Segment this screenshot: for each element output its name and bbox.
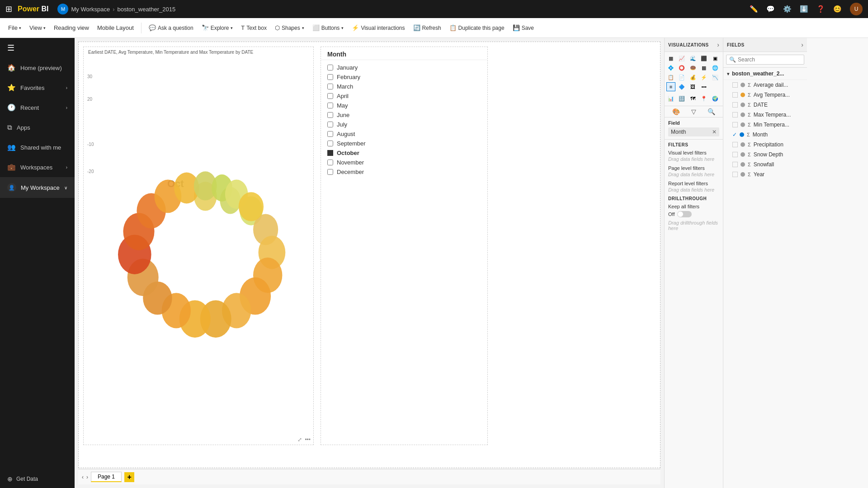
mobile-layout-btn[interactable]: Mobile Layout xyxy=(94,23,137,33)
workspaces-icon: 💼 xyxy=(7,163,16,171)
chart-container[interactable]: Earliest DATE, Avg Temperature, Min Temp… xyxy=(83,47,314,445)
user-avatar[interactable]: U xyxy=(850,3,863,15)
fields-panel-expand[interactable]: › xyxy=(801,41,803,48)
sidebar-item-shared[interactable]: 👥 Shared with me xyxy=(0,137,75,157)
download-icon[interactable]: ⬇️ xyxy=(800,5,808,13)
month-item[interactable]: May xyxy=(327,101,481,110)
more-options-icon[interactable]: ••• xyxy=(305,436,311,443)
viz-more[interactable]: ••• xyxy=(699,82,708,91)
duplicate-page-btn[interactable]: 📋Duplicate this page xyxy=(446,23,508,33)
viz-r5[interactable]: 📍 xyxy=(699,94,708,103)
sidebar-item-myworkspace[interactable]: 👤 My Workspace ∨ xyxy=(0,177,75,198)
viz-treemap[interactable]: ▦ xyxy=(699,63,708,72)
field-item[interactable]: ΣDATE xyxy=(723,100,807,110)
myworkspace-icon: 👤 xyxy=(7,183,16,192)
sidebar-item-apps[interactable]: ⧉ Apps xyxy=(0,117,75,137)
viz-scatter[interactable]: 💠 xyxy=(666,63,675,72)
viz-image[interactable]: 🖼 xyxy=(689,82,698,91)
sidebar-item-workspaces[interactable]: 💼 Workspaces › xyxy=(0,157,75,177)
field-item[interactable]: ΣMax Tempera... xyxy=(723,110,807,120)
month-item[interactable]: March xyxy=(327,82,481,91)
month-item[interactable]: November xyxy=(327,158,481,167)
fields-panel-title: FIELDS xyxy=(727,42,745,47)
edit-icon[interactable]: ✏️ xyxy=(750,5,758,13)
month-item[interactable]: July xyxy=(327,120,481,129)
focus-icon[interactable]: ⤢ xyxy=(297,436,302,443)
field-clear[interactable]: ✕ xyxy=(712,129,717,135)
save-btn[interactable]: 💾Save xyxy=(509,23,538,33)
viz-r6[interactable]: 🌍 xyxy=(711,94,720,103)
field-item[interactable]: ΣPrecipitation xyxy=(723,140,807,150)
viz-panel-expand[interactable]: › xyxy=(717,41,719,48)
refresh-btn[interactable]: 🔄Refresh xyxy=(410,23,445,33)
fields-file-header[interactable]: ▾ boston_weather_2... xyxy=(723,68,807,80)
field-item[interactable]: ΣAverage dail... xyxy=(723,80,807,90)
field-item[interactable]: ΣSnow Depth xyxy=(723,150,807,160)
month-item[interactable]: January xyxy=(327,63,481,72)
viz-filter-icon[interactable]: ▽ xyxy=(691,108,696,115)
month-item[interactable]: August xyxy=(327,129,481,139)
field-item[interactable]: ΣSnowfall xyxy=(723,160,807,169)
explore-btn[interactable]: 🔭Explore▾ xyxy=(198,23,237,33)
viz-table[interactable]: 📋 xyxy=(666,73,675,82)
help-icon[interactable]: ❓ xyxy=(816,5,825,13)
settings-icon[interactable]: ⚙️ xyxy=(783,5,792,13)
viz-bar-chart[interactable]: ▦ xyxy=(666,54,675,63)
field-item[interactable]: ΣMin Tempera... xyxy=(723,120,807,130)
file-menu[interactable]: File ▾ xyxy=(5,23,25,33)
sidebar-item-home[interactable]: 🏠 Home (preview) xyxy=(0,58,75,78)
page-nav-prev[interactable]: ‹ xyxy=(82,474,84,480)
viz-shape[interactable]: 🔷 xyxy=(677,82,686,91)
sidebar-hamburger[interactable]: ☰ xyxy=(7,43,14,53)
viz-matrix[interactable]: 📄 xyxy=(677,73,686,82)
field-item[interactable]: ΣYear xyxy=(723,169,807,179)
viz-map[interactable]: 🌐 xyxy=(711,63,720,72)
viz-kpi[interactable]: 📉 xyxy=(711,73,720,82)
apps-grid-icon[interactable]: ⊞ xyxy=(5,4,12,14)
ask-question-btn[interactable]: 💬Ask a question xyxy=(145,23,197,33)
month-item[interactable]: April xyxy=(327,91,481,101)
viz-r4[interactable]: 🗺 xyxy=(689,94,698,103)
viz-100pct-bar[interactable]: ▣ xyxy=(711,54,720,63)
breadcrumb-workspace[interactable]: My Workspace xyxy=(71,6,110,13)
reading-view-btn[interactable]: Reading view xyxy=(50,23,93,33)
month-item[interactable]: June xyxy=(327,110,481,120)
page-nav-next[interactable]: › xyxy=(86,474,88,480)
drillthrough-toggle[interactable] xyxy=(677,211,692,217)
viz-donut[interactable]: 🍩 xyxy=(689,63,698,72)
add-page-btn[interactable]: + xyxy=(124,472,134,482)
viz-card[interactable]: 💰 xyxy=(689,73,698,82)
month-item[interactable]: September xyxy=(327,139,481,148)
text-box-btn[interactable]: TText box xyxy=(237,23,270,33)
viz-r2[interactable]: 📊 xyxy=(666,94,675,103)
buttons-btn[interactable]: ⬜Buttons▾ xyxy=(309,23,348,33)
viz-gauge[interactable]: ⚡ xyxy=(699,73,708,82)
viz-format-icon[interactable]: 🎨 xyxy=(672,108,680,115)
feedback-icon[interactable]: 😊 xyxy=(833,5,842,13)
viz-analytics-icon[interactable]: 🔍 xyxy=(708,108,715,115)
field-item[interactable]: ΣAvg Tempera... xyxy=(723,90,807,100)
month-item[interactable]: February xyxy=(327,72,481,82)
viz-line-chart[interactable]: 📈 xyxy=(677,54,686,63)
field-item[interactable]: ✓ΣMonth xyxy=(723,130,807,140)
y-axis-neg20: -20 xyxy=(87,169,94,174)
month-item[interactable]: October xyxy=(327,148,481,158)
viz-area-chart[interactable]: 🌊 xyxy=(689,54,698,63)
get-data-btn[interactable]: ⊕ Get Data xyxy=(0,470,75,488)
month-item[interactable]: December xyxy=(327,167,481,177)
shapes-btn[interactable]: ⬡Shapes▾ xyxy=(271,23,308,33)
y-axis-30: 30 xyxy=(87,74,92,79)
page-tab-1[interactable]: Page 1 xyxy=(91,472,122,482)
viz-slicer[interactable]: ≡ xyxy=(666,82,675,91)
drillthrough-title: DRILLTHROUGH xyxy=(668,196,719,201)
fields-search-input[interactable] xyxy=(738,56,801,63)
viz-stacked-bar[interactable]: ⬛ xyxy=(699,54,708,63)
viz-pie[interactable]: ⭕ xyxy=(677,63,686,72)
viz-r3[interactable]: 🔢 xyxy=(677,94,686,103)
visual-interactions-btn[interactable]: ⚡Visual interactions xyxy=(348,23,408,33)
view-menu[interactable]: View ▾ xyxy=(26,23,49,33)
page-level-hint: Drag data fields here xyxy=(668,172,719,177)
sidebar-item-favorites[interactable]: ⭐ Favorites › xyxy=(0,78,75,98)
sidebar-item-recent[interactable]: 🕐 Recent › xyxy=(0,98,75,117)
comment-icon[interactable]: 💬 xyxy=(766,5,775,13)
